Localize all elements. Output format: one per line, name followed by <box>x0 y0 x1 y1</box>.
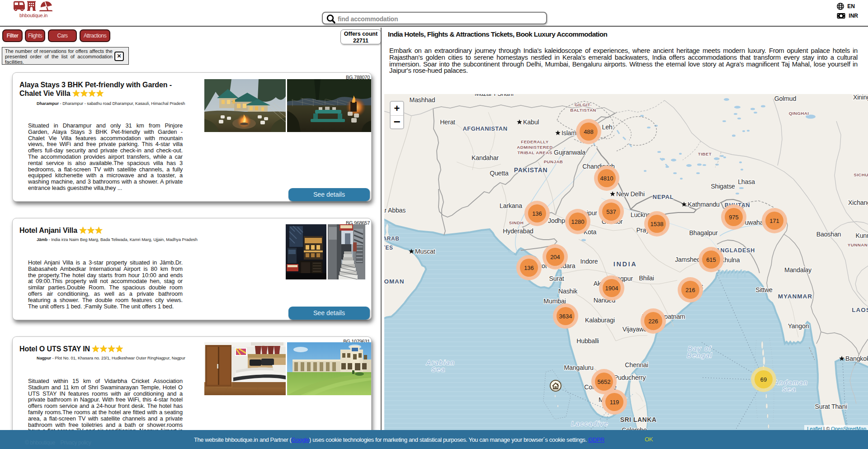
svg-text:ar Abbas: ar Abbas <box>384 207 406 214</box>
svg-text:TES: TES <box>384 245 393 251</box>
svg-text:204: 204 <box>550 254 560 260</box>
svg-text:Indore: Indore <box>580 258 598 265</box>
svg-text:Xining: Xining <box>853 94 868 101</box>
svg-text:Mashhad: Mashhad <box>410 96 435 104</box>
svg-text:AFGHANISTAN: AFGHANISTAN <box>462 125 507 132</box>
svg-text:GILGIT-: GILGIT- <box>575 102 592 107</box>
svg-text:Yangon: Yangon <box>788 322 809 330</box>
svg-text:Golmud: Golmud <box>774 95 796 102</box>
svg-text:Baoshan: Baoshan <box>816 231 841 238</box>
svg-text:PAKISTAN: PAKISTAN <box>514 166 547 174</box>
svg-text:Nashik: Nashik <box>558 288 578 295</box>
svg-text:Laccadive: Laccadive <box>571 420 609 427</box>
svg-text:Mumbai: Mumbai <box>543 298 566 305</box>
svg-text:BALTISTAN: BALTISTAN <box>570 108 596 113</box>
svg-text:Bhagalpur: Bhagalpur <box>689 229 718 236</box>
svg-text:975: 975 <box>729 214 739 221</box>
svg-text:Kandahar: Kandahar <box>472 154 499 161</box>
svg-text:119: 119 <box>610 399 619 406</box>
svg-text:YUNNAN: YUNNAN <box>848 242 868 247</box>
svg-text:Surat: Surat <box>549 275 564 282</box>
svg-text:Sittwe: Sittwe <box>755 286 773 293</box>
svg-text:226: 226 <box>648 318 658 325</box>
svg-text:Kalaburagi: Kalaburagi <box>585 317 615 324</box>
svg-text:LAOS: LAOS <box>852 307 868 313</box>
svg-text:1280: 1280 <box>571 218 585 225</box>
svg-text:5652: 5652 <box>598 378 611 385</box>
svg-text:488: 488 <box>584 128 594 135</box>
svg-text:1904: 1904 <box>605 285 618 292</box>
svg-text:Arabian: Arabian <box>426 359 455 366</box>
svg-text:171: 171 <box>769 217 779 224</box>
svg-text:Sea: Sea <box>431 366 446 373</box>
svg-text:Surat Thani: Surat Thani <box>815 403 847 410</box>
svg-text:Shigatse: Shigatse <box>711 183 735 190</box>
svg-text:3634: 3634 <box>559 313 572 320</box>
svg-text:Leh: Leh <box>602 123 612 131</box>
svg-text:MYANMAR: MYANMAR <box>778 293 812 300</box>
svg-text:Hyderabad: Hyderabad <box>503 227 533 235</box>
svg-text:Kunmi: Kunmi <box>855 232 868 239</box>
svg-text:SRI LANKA: SRI LANKA <box>620 416 657 423</box>
svg-text:Muscat: Muscat <box>415 248 435 255</box>
svg-text:QINGHAI: QINGHAI <box>789 111 809 116</box>
svg-text:ARAB: ARAB <box>384 236 399 242</box>
svg-text:Gujranwala: Gujranwala <box>554 149 585 156</box>
svg-text:Mazar-i-Sharif: Mazar-i-Sharif <box>475 94 514 97</box>
svg-text:SINDH: SINDH <box>509 220 524 225</box>
svg-text:Herat: Herat <box>440 118 455 126</box>
svg-text:Kathmandu: Kathmandu <box>688 201 720 208</box>
svg-text:OMAN: OMAN <box>384 278 405 285</box>
svg-text:New Delhi: New Delhi <box>616 190 645 198</box>
svg-text:1538: 1538 <box>651 221 664 227</box>
svg-text:NEPAL: NEPAL <box>652 194 674 200</box>
svg-text:TRIBAL AREAS: TRIBAL AREAS <box>517 150 552 155</box>
svg-text:69: 69 <box>760 376 767 383</box>
svg-text:Quetta: Quetta <box>490 170 509 177</box>
svg-text:Bay of: Bay of <box>688 345 712 352</box>
svg-text:Bhilai: Bhilai <box>639 274 654 282</box>
svg-text:Mandalay: Mandalay <box>784 266 812 274</box>
svg-text:136: 136 <box>524 265 534 271</box>
svg-text:4810: 4810 <box>600 175 613 182</box>
svg-text:216: 216 <box>685 287 695 293</box>
svg-text:INDIA: INDIA <box>613 260 637 268</box>
svg-text:537: 537 <box>606 208 616 215</box>
svg-text:Kabul: Kabul <box>523 118 539 126</box>
svg-text:TIBET: TIBET <box>698 151 712 156</box>
svg-text:136: 136 <box>532 210 542 217</box>
svg-text:Mangaluru: Mangaluru <box>564 364 593 371</box>
svg-text:Xichang: Xichang <box>848 199 868 206</box>
svg-text:Larkana: Larkana <box>500 202 522 209</box>
svg-text:Lhasa: Lhasa <box>738 178 755 185</box>
svg-text:Andaman: Andaman <box>774 379 808 386</box>
svg-text:615: 615 <box>706 256 716 263</box>
svg-text:Puducherry: Puducherry <box>614 374 646 381</box>
svg-text:PUNJAB: PUNJAB <box>544 159 563 164</box>
svg-text:SICHUAN: SICHUAN <box>854 172 868 177</box>
svg-text:FEDERALLY: FEDERALLY <box>521 139 549 144</box>
svg-text:Bengal: Bengal <box>687 352 713 359</box>
svg-text:ADMINISTERED: ADMINISTERED <box>517 145 552 150</box>
svg-text:Sea: Sea <box>782 386 797 393</box>
svg-text:Hubballi: Hubballi <box>576 337 599 345</box>
svg-text:Bangkok: Bangkok <box>845 355 868 362</box>
svg-text:Chennai: Chennai <box>625 361 648 369</box>
